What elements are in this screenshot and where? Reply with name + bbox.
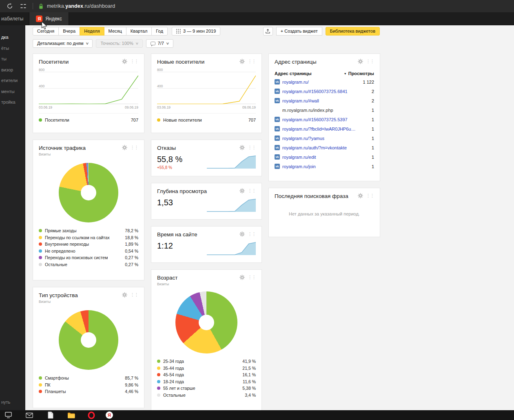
widget-drag-handle-icon[interactable]: ⋮⋮ — [366, 193, 374, 198]
yandex-browser-button[interactable]: Я — [105, 411, 113, 419]
bounce-sparkline-chart — [207, 155, 256, 169]
widget-settings-icon[interactable] — [239, 275, 245, 280]
period-button[interactable]: Квартал — [126, 27, 152, 36]
x-axis-tick-end: 09.06.19 — [125, 105, 138, 109]
device-type-pie-chart[interactable] — [59, 310, 118, 370]
widget-drag-handle-icon[interactable]: ⋮⋮ — [130, 145, 138, 150]
url-link[interactable]: royalgram.ru/edit — [282, 155, 316, 160]
widget-drag-handle-icon[interactable]: ⋮⋮ — [248, 232, 256, 236]
legend-label: Переходы по ссылкам на сайтах — [45, 235, 110, 240]
widget-bounce-rate: Отказы ⋮⋮ 55,8 % +55,8 % — [151, 140, 262, 176]
opera-browser-button[interactable] — [87, 411, 95, 419]
url-link[interactable]: royalgram.ru/join — [282, 164, 316, 169]
widget-drag-handle-icon[interactable]: ⋮⋮ — [130, 59, 138, 64]
widget-settings-icon[interactable] — [122, 145, 127, 150]
sidebar-items: дкаётытывизоретителиментытройка — [0, 32, 25, 108]
create-widget-button[interactable]: + Создать виджет — [276, 27, 322, 36]
secure-lock-icon[interactable] — [39, 3, 43, 9]
tab-yandex[interactable]: Я Яндекс — [29, 12, 69, 25]
sidebar-item[interactable]: менты — [0, 86, 25, 97]
legend-row: Переходы по ссылкам на сайтах18,8 % — [39, 234, 138, 241]
date-range-button[interactable]: 3 — 9 июн 2019 — [172, 27, 220, 36]
sidebar-item[interactable]: дка — [0, 32, 25, 43]
widget-settings-icon[interactable] — [358, 193, 363, 198]
sidebar-collapse-button[interactable]: нуть — [1, 400, 10, 404]
url-table-row: vkroyalgram.ru/join1 — [275, 162, 374, 171]
depth-sparkline-chart — [207, 198, 256, 212]
sidebar-item[interactable]: ты — [0, 53, 25, 64]
url-link[interactable]: royalgram.ru/auth/?m=vkontakte — [282, 145, 347, 150]
tile-icon — [20, 4, 23, 5]
period-button[interactable]: Сегодня — [33, 27, 59, 36]
tab-avia[interactable]: иабилеты — [0, 12, 29, 25]
widget-column-3: Адрес страницы ⋮⋮ Адрес страницы ▼ Просм… — [268, 53, 380, 237]
url-views: 1 — [372, 164, 374, 169]
widget-settings-icon[interactable] — [239, 59, 245, 64]
folder-icon — [67, 412, 75, 418]
legend-value: 707 — [131, 118, 138, 122]
precision-label: Точность: 100% — [100, 41, 133, 46]
widget-drag-handle-icon[interactable]: ⋮⋮ — [366, 59, 374, 64]
yandex-browser-icon: Я — [106, 411, 113, 419]
vk-icon: vk — [275, 126, 280, 131]
address-bar[interactable]: metrika.yandex.ru/dashboard — [47, 3, 115, 9]
widget-settings-icon[interactable] — [122, 292, 127, 298]
widget-drag-handle-icon[interactable]: ⋮⋮ — [248, 189, 256, 193]
comments-dropdown[interactable]: 7/7 ∨ — [146, 39, 173, 48]
widget-settings-icon[interactable] — [358, 59, 363, 64]
period-button[interactable]: Неделя — [80, 27, 104, 36]
legend-label: Остальные — [45, 262, 67, 267]
export-button[interactable] — [263, 27, 273, 36]
reload-button[interactable] — [7, 3, 13, 9]
widget-grid: Посетители ⋮⋮ 800 400 03.06.19 09.06.19 — [33, 53, 514, 410]
sidebar-item[interactable]: етители — [0, 75, 25, 86]
url-link[interactable]: royalgram.ru/#1560073725.5397 — [282, 117, 348, 122]
url-views: 2 — [372, 98, 374, 103]
url-views: 1 — [372, 108, 374, 113]
views-column-header[interactable]: ▼ Просмотры — [344, 71, 374, 76]
widget-drag-handle-icon[interactable]: ⋮⋮ — [248, 145, 256, 150]
age-legend: 25-34 года41,9 %35-44 года21,5 %45-54 го… — [157, 358, 256, 398]
widget-title: Время на сайте — [157, 231, 197, 238]
legend-value: 41,9 % — [239, 359, 256, 364]
age-pie-chart[interactable] — [175, 291, 237, 353]
legend-row: 55 лет и старше5,38 % — [157, 385, 256, 392]
url-table-body: vkroyalgram.ru/1 122vkroyalgram.ru/#1560… — [275, 77, 374, 171]
widget-library-button[interactable]: Библиотека виджетов — [326, 27, 380, 36]
widget-settings-icon[interactable] — [239, 188, 245, 193]
legend-label: Новые посетители — [163, 118, 202, 122]
mail-app-button[interactable] — [25, 411, 33, 419]
sidebar-item[interactable]: ёты — [0, 43, 25, 54]
traffic-source-pie-chart[interactable] — [59, 163, 118, 222]
url-link[interactable]: m.royalgram.ru/index.php — [282, 108, 333, 113]
legend-value: 5,38 % — [239, 386, 256, 391]
url-link[interactable]: royalgram.ru/#wall — [282, 98, 319, 103]
widget-drag-handle-icon[interactable]: ⋮⋮ — [130, 293, 138, 297]
detail-dropdown[interactable]: Детализация: по дням ∨ — [33, 39, 93, 48]
sidebar-item[interactable]: тройка — [0, 97, 25, 108]
pie-hole — [81, 332, 96, 348]
speed-dial-button[interactable] — [20, 3, 26, 9]
file-explorer-button[interactable] — [67, 411, 75, 419]
sidebar-item[interactable]: визор — [0, 64, 25, 76]
widget-title: Новые посетители — [157, 59, 204, 65]
period-button[interactable]: Месяц — [104, 27, 126, 36]
url-link[interactable]: royalgram.ru/#1560073725.6841 — [282, 89, 348, 94]
url-link[interactable]: royalgram.ru/?fbclid=IwAR0JHP6umy... — [282, 127, 358, 131]
period-button[interactable]: Вчера — [58, 27, 80, 36]
url-table-row: vkroyalgram.ru/1 122 — [275, 77, 374, 87]
url-link[interactable]: royalgram.ru/ — [282, 80, 309, 84]
period-button[interactable]: Год — [151, 27, 168, 36]
widget-settings-icon[interactable] — [239, 231, 245, 237]
vk-icon: vk — [275, 79, 280, 84]
task-view-button[interactable] — [4, 411, 12, 419]
url-link[interactable]: royalgram.ru/?yamus — [282, 136, 324, 141]
precision-dropdown[interactable]: Точность: 100% ∨ — [96, 39, 142, 48]
widget-drag-handle-icon[interactable]: ⋮⋮ — [248, 275, 256, 280]
legend-label: 18-24 года — [163, 379, 184, 384]
filter-toolbar: Детализация: по дням ∨ Точность: 100% ∨ … — [33, 39, 380, 48]
widget-settings-icon[interactable] — [239, 145, 245, 150]
widget-settings-icon[interactable] — [122, 59, 127, 64]
widget-drag-handle-icon[interactable]: ⋮⋮ — [248, 59, 256, 64]
document-app-button[interactable] — [47, 411, 55, 419]
